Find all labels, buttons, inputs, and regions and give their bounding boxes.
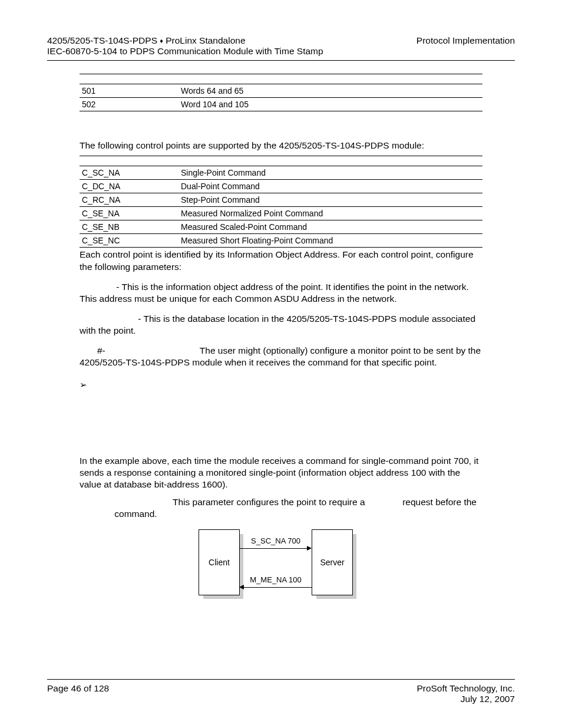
table-row: 502 Word 104 and 105 xyxy=(80,98,482,111)
footer-company: ProSoft Technology, Inc. xyxy=(416,683,515,694)
param-monitor-text: The user might (optionally) configure a … xyxy=(80,345,481,367)
cell: Measured Normalized Point Command xyxy=(178,207,482,220)
table-row: C_SE_NAMeasured Normalized Point Command xyxy=(80,207,482,220)
server-box: Server xyxy=(312,529,353,595)
after-table-paragraph: Each control point is identified by its … xyxy=(80,249,482,272)
table-row: C_SE_NBMeasured Scaled-Point Command xyxy=(80,220,482,234)
client-box: Client xyxy=(199,529,240,595)
cell: C_DC_NA xyxy=(80,180,178,193)
param-select: This parameter configures the point to r… xyxy=(80,496,482,520)
cell: Dual-Point Command xyxy=(178,180,482,193)
bullet-item: ➢ xyxy=(80,380,482,390)
cell: Measured Scaled-Point Command xyxy=(178,220,482,234)
header-brand: ProLinx Standalone xyxy=(163,35,246,45)
header-right-line1: Protocol Implementation xyxy=(416,35,515,46)
param-db-text: - This is the database location in the 4… xyxy=(80,314,475,335)
cell: C_SE_NB xyxy=(80,220,178,234)
hash: #- xyxy=(97,345,105,355)
cell: C_RC_NA xyxy=(80,193,178,207)
table-row: 501 Words 64 and 65 xyxy=(80,84,482,98)
cell: C_SE_NC xyxy=(80,234,178,248)
ps-a: This parameter configures the point to r… xyxy=(173,497,368,507)
param-db: - This is the database location in the 4… xyxy=(80,313,482,337)
table-row: C_SE_NCMeasured Short Floating-Point Com… xyxy=(80,234,482,248)
header-left-line2: IEC-60870-5-104 to PDPS Communication Mo… xyxy=(47,46,515,57)
table-row: C_SC_NASingle-Point Command xyxy=(80,166,482,180)
intro-paragraph: The following control points are support… xyxy=(80,140,482,151)
param-monitor: #-The user might (optionally) configure … xyxy=(80,345,482,368)
cell: Words 64 and 65 xyxy=(178,84,482,98)
footer-left: Page 46 of 128 xyxy=(47,683,109,704)
cell: 502 xyxy=(80,98,178,111)
ps-c: command. xyxy=(112,509,157,519)
table-row: C_RC_NAStep-Point Command xyxy=(80,193,482,207)
header-product: 4205/5205-TS-104S-PDPS xyxy=(47,35,160,45)
cell: Measured Short Floating-Point Command xyxy=(178,234,482,248)
top-arrow-label: S_SC_NA 700 xyxy=(243,536,308,545)
ps-b: request before the xyxy=(400,497,477,507)
words-table: 501 Words 64 and 65 502 Word 104 and 105 xyxy=(80,74,482,111)
example-paragraph: In the example above, each time the modu… xyxy=(80,455,482,490)
header-left-line1: 4205/5205-TS-104S-PDPS ♦ ProLinx Standal… xyxy=(47,35,246,46)
cell: Word 104 and 105 xyxy=(178,98,482,111)
cell: C_SE_NA xyxy=(80,207,178,220)
cell: C_SC_NA xyxy=(80,166,178,180)
arrow-bullet-icon: ➢ xyxy=(80,380,87,390)
param-point: - This is the information object address… xyxy=(80,281,482,305)
cell: Step-Point Command xyxy=(178,193,482,207)
cell: Single-Point Command xyxy=(178,166,482,180)
page-header: 4205/5205-TS-104S-PDPS ♦ ProLinx Standal… xyxy=(47,35,515,61)
table-row: C_DC_NADual-Point Command xyxy=(80,180,482,193)
param-point-text: - This is the information object address… xyxy=(80,282,469,304)
footer-date: July 12, 2007 xyxy=(416,694,515,704)
cell: 501 xyxy=(80,84,178,98)
client-server-figure: Client Server S_SC_NA 700 M_ME_NA 100 xyxy=(199,528,363,611)
bottom-arrow-label: M_ME_NA 100 xyxy=(243,575,308,584)
control-points-table: C_SC_NASingle-Point Command C_DC_NADual-… xyxy=(80,156,482,248)
page-footer: Page 46 of 128 ProSoft Technology, Inc. … xyxy=(47,679,515,704)
